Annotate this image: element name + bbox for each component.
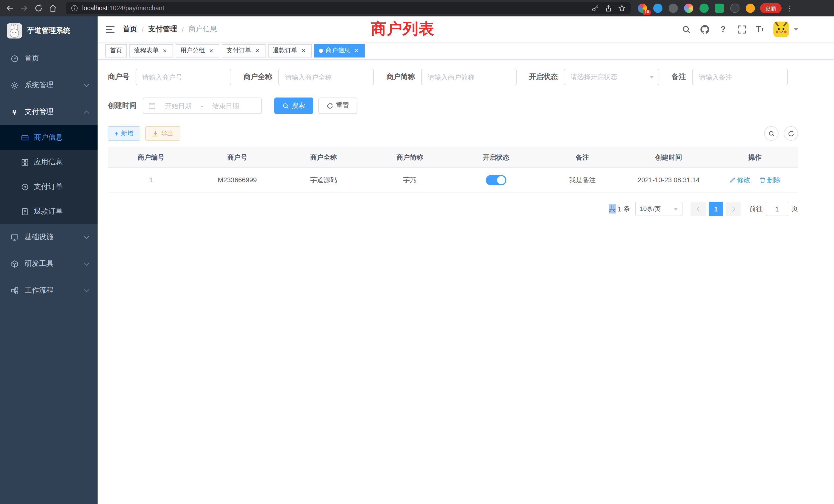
browser-forward-icon[interactable]	[19, 3, 30, 14]
breadcrumb-current: 商户信息	[189, 25, 217, 34]
url-bar[interactable]: localhost:1024/pay/merchant	[66, 2, 631, 14]
reset-button[interactable]: 重置	[319, 97, 357, 114]
close-icon[interactable]: ×	[161, 47, 169, 54]
sidebar-item-label: 支付订单	[34, 182, 63, 191]
refresh-icon	[788, 130, 794, 137]
col-create-time: 创建时间	[626, 147, 712, 167]
search-icon	[768, 130, 775, 137]
chevron-left-icon	[697, 206, 702, 211]
bookmark-star-icon[interactable]	[618, 5, 626, 12]
tab-flow-form[interactable]: 流程表单×	[129, 44, 173, 57]
col-remark: 备注	[539, 147, 626, 167]
tab-user-group[interactable]: 用户分组×	[176, 44, 219, 57]
site-info-icon[interactable]	[71, 5, 78, 12]
help-icon[interactable]: ?	[718, 24, 728, 35]
tab-refund-orders[interactable]: 退款订单×	[268, 44, 312, 57]
tab-merchant-info[interactable]: 商户信息×	[314, 44, 365, 57]
browser-reload-icon[interactable]	[33, 3, 44, 14]
avatar[interactable]	[773, 22, 789, 37]
status-select[interactable]: 请选择开启状态	[564, 69, 659, 85]
remark-input[interactable]	[692, 69, 788, 85]
extension-icon[interactable]	[730, 4, 740, 13]
chevron-right-icon	[730, 206, 735, 211]
browser-home-icon[interactable]	[47, 3, 59, 14]
grid-icon	[21, 158, 29, 166]
export-button[interactable]: 导出	[145, 126, 180, 141]
sidebar-item-system[interactable]: 系统管理	[0, 72, 97, 98]
logo-rabbit-icon	[7, 23, 22, 39]
chevron-down-icon	[674, 208, 678, 210]
extension-icon[interactable]	[715, 4, 724, 13]
share-icon[interactable]	[605, 5, 612, 12]
browser-update-button[interactable]: 更新	[760, 3, 782, 13]
browser-chrome: localhost:1024/pay/merchant 10	[0, 0, 834, 17]
close-icon[interactable]: ×	[300, 47, 307, 54]
close-icon[interactable]: ×	[353, 47, 360, 54]
sidebar-item-workflow[interactable]: 工作流程	[0, 277, 97, 304]
status-toggle[interactable]	[486, 175, 506, 185]
edit-link[interactable]: 修改	[729, 175, 750, 184]
sidebar-item-label: 支付管理	[25, 107, 53, 116]
browser-menu-icon[interactable]: ⋮	[786, 4, 793, 12]
avatar-dropdown-caret-icon[interactable]	[794, 28, 798, 30]
delete-link[interactable]: 删除	[760, 175, 781, 184]
pencil-icon	[729, 177, 736, 183]
github-icon[interactable]	[699, 24, 710, 35]
box-icon	[10, 260, 19, 268]
merchant-no-input[interactable]	[136, 69, 231, 85]
app-logo[interactable]: 芋道管理系统	[0, 17, 97, 45]
full-name-input[interactable]	[278, 69, 374, 85]
search-button[interactable]: 搜索	[274, 97, 313, 114]
next-page-button[interactable]	[726, 202, 741, 216]
table-toolbar: + 新增 导出	[108, 126, 798, 141]
browser-back-icon[interactable]	[4, 3, 16, 14]
cell-merchant-id: 1	[108, 167, 194, 192]
breadcrumb-payment[interactable]: 支付管理	[148, 25, 177, 34]
goto-label: 前往	[749, 204, 763, 213]
refresh-table-button[interactable]	[784, 126, 798, 141]
breadcrumb-home[interactable]: 首页	[123, 25, 137, 34]
search-icon[interactable]	[681, 24, 691, 35]
fullscreen-icon[interactable]	[737, 24, 747, 35]
col-merchant-no: 商户号	[194, 147, 280, 167]
sidebar-item-payment[interactable]: ¥ 支付管理	[0, 98, 97, 125]
close-icon[interactable]: ×	[254, 47, 261, 54]
close-icon[interactable]: ×	[207, 47, 215, 54]
sidebar: 芋道管理系统 首页 系统管理 ¥ 支付管理	[0, 17, 97, 504]
extension-icon[interactable]	[699, 4, 709, 13]
search-icon	[282, 102, 289, 109]
tab-home[interactable]: 首页	[105, 44, 127, 57]
create-time-range-picker[interactable]: -	[143, 97, 262, 114]
sidebar-item-pay-orders[interactable]: 支付订单	[0, 175, 97, 199]
goto-page-input[interactable]	[766, 202, 788, 216]
sidebar-item-dev-tools[interactable]: 研发工具	[0, 250, 97, 277]
sidebar-toggle-icon[interactable]	[106, 26, 114, 32]
extension-icon[interactable]	[653, 4, 662, 13]
sidebar-item-refund-orders[interactable]: 退款订单	[0, 199, 97, 224]
font-size-icon[interactable]: TT	[755, 24, 765, 35]
prev-page-button[interactable]	[691, 202, 706, 216]
sidebar-item-merchant-info[interactable]: 商户信息	[0, 125, 97, 150]
page-1-button[interactable]: 1	[709, 202, 723, 216]
col-merchant-id: 商户编号	[108, 147, 194, 167]
sidebar-item-infrastructure[interactable]: 基础设施	[0, 224, 97, 250]
extension-icon[interactable]	[668, 4, 678, 13]
page-size-select[interactable]: 10条/页	[635, 202, 682, 216]
sidebar-item-app-info[interactable]: 应用信息	[0, 150, 97, 175]
cell-merchant-no: M233666999	[194, 167, 280, 192]
show-search-button[interactable]	[764, 126, 778, 141]
extension-icon[interactable]: 10	[638, 4, 647, 13]
end-date-input[interactable]	[205, 102, 246, 110]
key-icon[interactable]	[592, 5, 599, 12]
search-form-row-1: 商户号 商户全称 商户简称 开启状态 请选择开启状态	[108, 69, 798, 85]
add-button[interactable]: + 新增	[108, 126, 140, 141]
extension-icon[interactable]	[746, 4, 755, 13]
sidebar-item-label: 商户信息	[34, 133, 63, 142]
tab-pay-orders[interactable]: 支付订单×	[222, 44, 265, 57]
start-date-input[interactable]	[158, 102, 199, 110]
sidebar-item-home[interactable]: 首页	[0, 45, 97, 72]
extension-icon[interactable]	[684, 4, 693, 13]
cell-actions: 修改 删除	[712, 167, 798, 192]
toolbar-right-actions	[764, 126, 798, 141]
short-name-input[interactable]	[421, 69, 517, 85]
